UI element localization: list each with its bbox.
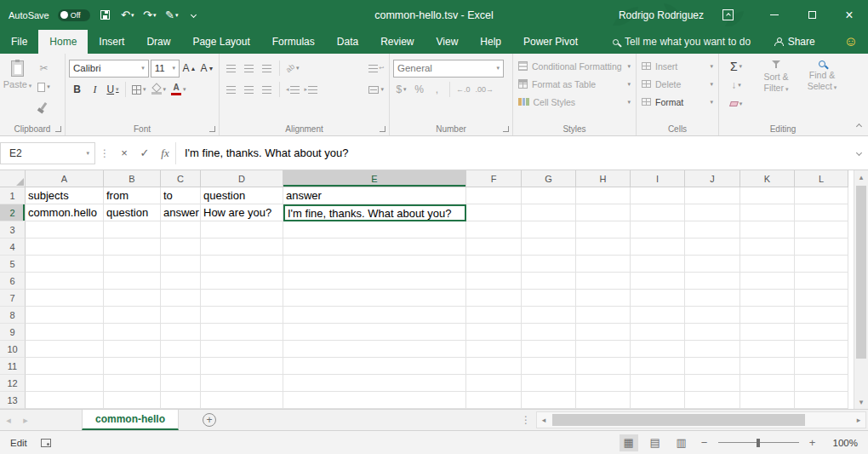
percent-style-button[interactable]: % (411, 81, 427, 98)
cell-G8[interactable] (522, 307, 576, 324)
cell-D10[interactable] (201, 341, 283, 358)
cell-K10[interactable] (740, 341, 795, 358)
enter-entry-button[interactable]: ✓ (134, 142, 155, 164)
cell-H9[interactable] (576, 324, 631, 341)
tab-draw[interactable]: Draw (135, 30, 181, 54)
cell-A13[interactable] (26, 392, 104, 409)
cell-C8[interactable] (161, 307, 201, 324)
cell-L5[interactable] (795, 256, 848, 273)
vertical-scrollbar[interactable]: ▴ ▾ (854, 170, 868, 409)
align-center-button[interactable] (241, 81, 257, 98)
cell-I13[interactable] (631, 392, 685, 409)
cell-D8[interactable] (201, 307, 283, 324)
column-header-H[interactable]: H (576, 170, 631, 187)
cell-F5[interactable] (466, 256, 522, 273)
cell-F7[interactable] (466, 290, 522, 307)
cell-A5[interactable] (26, 256, 104, 273)
tab-splitter-grip[interactable]: ⋮ (516, 414, 536, 426)
cell-B3[interactable] (104, 221, 161, 238)
cell-B9[interactable] (104, 324, 161, 341)
cell-K13[interactable] (740, 392, 795, 409)
collapse-ribbon-button[interactable] (857, 119, 861, 131)
tab-help[interactable]: Help (469, 30, 512, 54)
cell-J10[interactable] (685, 341, 740, 358)
cell-E12[interactable] (283, 375, 466, 392)
row-header-11[interactable]: 11 (0, 358, 26, 375)
row-header-1[interactable]: 1 (0, 187, 26, 204)
row-header-13[interactable]: 13 (0, 392, 26, 409)
page-layout-view-button[interactable]: ▤ (646, 434, 665, 451)
tell-me-box[interactable]: Tell me what you want to do (606, 30, 757, 54)
customize-quick-access-icon[interactable] (187, 7, 201, 24)
borders-button[interactable]: ▾ (130, 81, 148, 98)
cell-C13[interactable] (161, 392, 201, 409)
formula-input[interactable]: I'm fine, thanks. What about you? (175, 142, 849, 164)
cell-J1[interactable] (685, 187, 740, 204)
name-box[interactable]: E2 ▾ (0, 142, 95, 164)
cell-C7[interactable] (161, 290, 201, 307)
cell-H4[interactable] (576, 238, 631, 256)
cell-F13[interactable] (466, 392, 522, 409)
column-header-B[interactable]: B (104, 170, 161, 187)
cell-A6[interactable] (26, 273, 104, 290)
cell-L13[interactable] (795, 392, 848, 409)
clear-button[interactable]: ▾ (721, 95, 751, 112)
increase-indent-button[interactable]: ▸ (303, 81, 320, 98)
cell-A2[interactable]: common.hello (26, 204, 104, 221)
cell-C12[interactable] (161, 375, 201, 392)
column-header-J[interactable]: J (685, 170, 740, 187)
middle-align-button[interactable] (241, 60, 257, 77)
cut-button[interactable]: ✂ (36, 60, 52, 77)
cell-D7[interactable] (201, 290, 283, 307)
vertical-scroll-thumb[interactable] (856, 186, 866, 359)
cell-E7[interactable] (283, 290, 466, 307)
cell-I4[interactable] (631, 238, 685, 256)
column-header-L[interactable]: L (795, 170, 848, 187)
column-header-I[interactable]: I (631, 170, 685, 187)
cell-C3[interactable] (161, 221, 201, 238)
normal-view-button[interactable]: ▦ (620, 434, 638, 451)
cell-J12[interactable] (685, 375, 740, 392)
cell-L4[interactable] (795, 238, 848, 256)
formula-bar-expand-icon[interactable] (849, 151, 868, 155)
font-dialog-launcher[interactable] (209, 126, 215, 132)
undo-button[interactable]: ↶▾ (121, 7, 134, 24)
row-header-7[interactable]: 7 (0, 290, 26, 307)
cell-L11[interactable] (795, 358, 848, 375)
cell-J8[interactable] (685, 307, 740, 324)
row-header-4[interactable]: 4 (0, 238, 26, 256)
top-align-button[interactable] (223, 60, 239, 77)
cell-D11[interactable] (201, 358, 283, 375)
cell-H10[interactable] (576, 341, 631, 358)
copy-button[interactable]: ▾ (36, 78, 52, 95)
cell-L12[interactable] (795, 375, 848, 392)
cell-E8[interactable] (283, 307, 466, 324)
row-header-12[interactable]: 12 (0, 375, 26, 392)
column-header-G[interactable]: G (522, 170, 576, 187)
grow-font-button[interactable]: A▲ (181, 60, 197, 77)
number-dialog-launcher[interactable] (503, 126, 509, 132)
cell-K8[interactable] (740, 307, 795, 324)
cell-D3[interactable] (201, 221, 283, 238)
sheet-tab-common-hello[interactable]: common-hello (82, 410, 179, 430)
cell-C1[interactable]: to (161, 187, 201, 204)
cell-F12[interactable] (466, 375, 522, 392)
column-header-D[interactable]: D (201, 170, 283, 187)
maximize-button[interactable] (793, 0, 831, 30)
cell-G5[interactable] (522, 256, 576, 273)
align-left-button[interactable] (223, 81, 239, 98)
fill-color-button[interactable]: ▾ (150, 81, 168, 98)
fill-button[interactable]: ↓▾ (721, 77, 751, 94)
column-header-C[interactable]: C (161, 170, 201, 187)
cell-D1[interactable]: question (201, 187, 283, 204)
cell-D2[interactable]: How are you? (201, 204, 283, 221)
cell-F8[interactable] (466, 307, 522, 324)
font-color-button[interactable]: A▾ (169, 81, 188, 98)
cell-G11[interactable] (522, 358, 576, 375)
cell-C11[interactable] (161, 358, 201, 375)
sort-filter-button[interactable]: Sort & Filter (754, 56, 798, 93)
cell-G12[interactable] (522, 375, 576, 392)
share-button[interactable]: Share (766, 30, 824, 54)
cell-J3[interactable] (685, 221, 740, 238)
next-sheet-icon[interactable]: ▸ (17, 410, 34, 430)
